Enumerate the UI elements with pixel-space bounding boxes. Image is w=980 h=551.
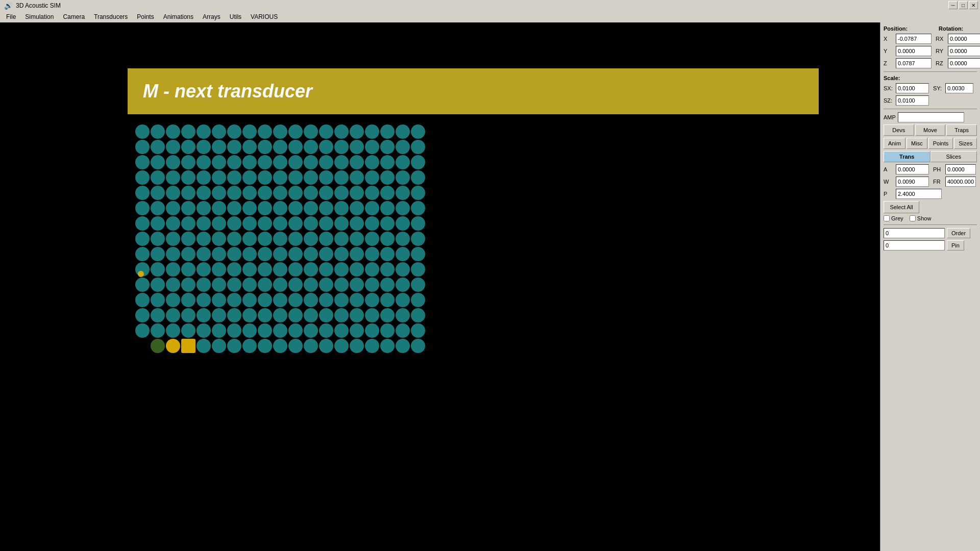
transducer-3-13[interactable] [334, 170, 349, 185]
transducer-4-16[interactable] [380, 186, 395, 200]
transducer-5-13[interactable] [334, 201, 349, 215]
transducer-13-0[interactable] [135, 323, 150, 338]
tab-devs[interactable]: Devs [884, 124, 914, 136]
transducer-14-10[interactable] [288, 339, 303, 353]
transducer-10-5[interactable] [212, 278, 226, 292]
transducer-10-13[interactable] [334, 278, 349, 292]
transducer-10-8[interactable] [258, 278, 272, 292]
transducer-11-0[interactable] [135, 293, 150, 307]
transducer-1-10[interactable] [288, 140, 303, 154]
transducer-12-5[interactable] [212, 308, 226, 322]
transducer-13-3[interactable] [181, 323, 195, 338]
transducer-2-4[interactable] [197, 155, 211, 169]
transducer-2-12[interactable] [319, 155, 333, 169]
pin-button[interactable]: Pin [947, 240, 964, 251]
transducer-0-7[interactable] [242, 124, 257, 139]
transducer-14-16[interactable] [380, 339, 395, 353]
transducer-6-15[interactable] [365, 216, 379, 231]
transducer-9-2[interactable] [166, 262, 180, 277]
transducer-8-9[interactable] [273, 247, 287, 261]
transducer-9-17[interactable] [396, 262, 410, 277]
transducer-0-15[interactable] [365, 124, 379, 139]
transducer-14-7[interactable] [242, 339, 257, 353]
transducer-11-10[interactable] [288, 293, 303, 307]
transducer-1-9[interactable] [273, 140, 287, 154]
transducer-5-9[interactable] [273, 201, 287, 215]
transducer-9-3[interactable] [181, 262, 195, 277]
y-input[interactable] [896, 46, 932, 56]
transducer-9-8[interactable] [258, 262, 272, 277]
transducer-5-11[interactable] [304, 201, 318, 215]
transducer-8-13[interactable] [334, 247, 349, 261]
transducer-5-8[interactable] [258, 201, 272, 215]
transducer-0-6[interactable] [227, 124, 241, 139]
transducer-11-1[interactable] [151, 293, 165, 307]
transducer-2-6[interactable] [227, 155, 241, 169]
transducer-9-7[interactable] [242, 262, 257, 277]
transducer-9-9[interactable] [273, 262, 287, 277]
transducer-14-13[interactable] [334, 339, 349, 353]
transducer-13-17[interactable] [396, 323, 410, 338]
transducer-14-6[interactable] [227, 339, 241, 353]
transducer-4-2[interactable] [166, 186, 180, 200]
transducer-10-15[interactable] [365, 278, 379, 292]
transducer-3-14[interactable] [350, 170, 364, 185]
transducer-13-1[interactable] [151, 323, 165, 338]
transducer-12-9[interactable] [273, 308, 287, 322]
transducer-3-5[interactable] [212, 170, 226, 185]
transducer-7-9[interactable] [273, 232, 287, 246]
transducer-7-4[interactable] [197, 232, 211, 246]
menu-item-arrays[interactable]: Arrays [199, 12, 225, 21]
transducer-11-4[interactable] [197, 293, 211, 307]
transducer-11-5[interactable] [212, 293, 226, 307]
transducer-8-16[interactable] [380, 247, 395, 261]
transducer-10-9[interactable] [273, 278, 287, 292]
transducer-4-12[interactable] [319, 186, 333, 200]
transducer-1-0[interactable] [135, 140, 150, 154]
transducer-14-1[interactable] [151, 339, 165, 353]
transducer-13-18[interactable] [411, 323, 425, 338]
transducer-6-7[interactable] [242, 216, 257, 231]
transducer-7-3[interactable] [181, 232, 195, 246]
transducer-13-14[interactable] [350, 323, 364, 338]
w-input[interactable] [896, 177, 929, 187]
tab-slices[interactable]: Slices [930, 151, 977, 162]
transducer-8-1[interactable] [151, 247, 165, 261]
tab-sizes[interactable]: Sizes [954, 138, 977, 149]
transducer-5-10[interactable] [288, 201, 303, 215]
transducer-12-13[interactable] [334, 308, 349, 322]
transducer-4-5[interactable] [212, 186, 226, 200]
ry-input[interactable] [948, 46, 980, 56]
transducer-4-4[interactable] [197, 186, 211, 200]
menu-item-animations[interactable]: Animations [159, 12, 198, 21]
transducer-12-2[interactable] [166, 308, 180, 322]
transducer-6-18[interactable] [411, 216, 425, 231]
transducer-3-0[interactable] [135, 170, 150, 185]
transducer-6-17[interactable] [396, 216, 410, 231]
transducer-2-2[interactable] [166, 155, 180, 169]
transducer-0-10[interactable] [288, 124, 303, 139]
transducer-12-10[interactable] [288, 308, 303, 322]
transducer-8-14[interactable] [350, 247, 364, 261]
transducer-0-2[interactable] [166, 124, 180, 139]
transducer-5-12[interactable] [319, 201, 333, 215]
transducer-6-14[interactable] [350, 216, 364, 231]
transducer-12-18[interactable] [411, 308, 425, 322]
transducer-1-18[interactable] [411, 140, 425, 154]
transducer-4-8[interactable] [258, 186, 272, 200]
transducer-5-18[interactable] [411, 201, 425, 215]
transducer-14-5[interactable] [212, 339, 226, 353]
transducer-5-0[interactable] [135, 201, 150, 215]
transducer-8-5[interactable] [212, 247, 226, 261]
transducer-7-0[interactable] [135, 232, 150, 246]
transducer-5-4[interactable] [197, 201, 211, 215]
transducer-10-12[interactable] [319, 278, 333, 292]
transducer-1-2[interactable] [166, 140, 180, 154]
transducer-10-7[interactable] [242, 278, 257, 292]
transducer-8-15[interactable] [365, 247, 379, 261]
transducer-2-7[interactable] [242, 155, 257, 169]
transducer-0-9[interactable] [273, 124, 287, 139]
rx-input[interactable] [948, 34, 980, 44]
transducer-11-16[interactable] [380, 293, 395, 307]
menu-item-camera[interactable]: Camera [59, 12, 89, 21]
